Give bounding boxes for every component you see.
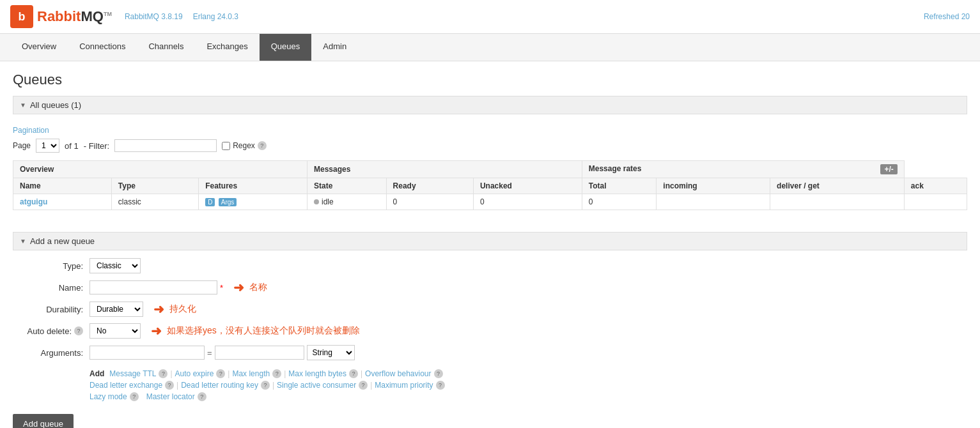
annotation-autodelete-text: 如果选择yes，没有人连接这个队列时就会被删除: [167, 325, 360, 337]
durability-select[interactable]: Durable Transient: [89, 302, 143, 317]
regex-checkbox[interactable]: [222, 142, 230, 150]
args-row: = String Number Boolean: [89, 345, 355, 360]
all-queues-label: All queues (1): [30, 100, 81, 110]
auto-delete-select[interactable]: No Yes: [89, 323, 141, 339]
pagination-label: Pagination: [13, 126, 967, 135]
auto-delete-label: Auto delete:: [27, 326, 72, 336]
master-locator-help[interactable]: ?: [198, 392, 206, 401]
nav-overview[interactable]: Overview: [10, 34, 68, 61]
arguments-label: Arguments:: [13, 348, 89, 358]
col-total: Total: [582, 178, 657, 194]
group-rates: Message rates +/-: [582, 161, 904, 178]
version-info: RabbitMQ 3.8.19 Erlang 24.0.3: [125, 12, 238, 21]
col-state: State: [307, 178, 386, 194]
nav-connections[interactable]: Connections: [68, 34, 137, 61]
dead-letter-routing-key-help[interactable]: ?: [261, 381, 270, 390]
page-select[interactable]: 1: [36, 139, 59, 153]
auto-delete-row: Auto delete: ? No Yes ➜ 如果选择yes，没有人连接这个队…: [13, 323, 967, 339]
col-ack: ack: [904, 178, 967, 194]
add-queue-button[interactable]: Add queue: [13, 414, 74, 428]
maximum-priority-help[interactable]: ?: [436, 381, 445, 390]
table-row: atguigu classic D Args idle 0 0 0: [13, 194, 967, 210]
add-lazy-mode[interactable]: Lazy mode: [89, 392, 127, 401]
add-maximum-priority[interactable]: Maximum priority: [375, 381, 433, 390]
message-ttl-help[interactable]: ?: [159, 369, 167, 378]
plusminus-btn[interactable]: +/-: [880, 164, 897, 174]
add-links-line3: Lazy mode ? Master locator ?: [89, 392, 445, 401]
col-name: Name: [13, 178, 112, 194]
single-active-consumer-help[interactable]: ?: [359, 381, 368, 390]
add-queue-label: Add a new queue: [30, 236, 95, 246]
feature-args[interactable]: Args: [219, 198, 237, 206]
add-master-locator[interactable]: Master locator: [146, 392, 195, 401]
max-length-help[interactable]: ?: [272, 369, 281, 378]
erlang-version[interactable]: Erlang 24.0.3: [193, 12, 238, 21]
col-deliver-get: deliver / get: [770, 178, 905, 194]
arrow-autodelete: ➜: [151, 323, 162, 339]
col-features: Features: [199, 178, 307, 194]
overflow-behaviour-help[interactable]: ?: [434, 369, 443, 378]
args-val-input[interactable]: [215, 346, 304, 360]
filter-input[interactable]: [114, 139, 217, 152]
max-length-bytes-help[interactable]: ?: [349, 369, 358, 378]
add-single-active-consumer[interactable]: Single active consumer: [277, 381, 356, 390]
type-select[interactable]: Classic Quorum: [89, 258, 141, 273]
logo-icon: b: [10, 5, 33, 28]
auto-expire-help[interactable]: ?: [216, 369, 225, 378]
arguments-row: Arguments: = String Number Boolean: [13, 345, 967, 360]
regex-label[interactable]: Regex ?: [222, 141, 267, 150]
of-label: of 1: [65, 141, 79, 151]
add-auto-expire[interactable]: Auto expire: [175, 369, 214, 378]
lazy-mode-help[interactable]: ?: [130, 392, 139, 401]
args-type-select[interactable]: String Number Boolean: [307, 345, 355, 360]
arrow-durable: ➜: [153, 302, 164, 317]
all-queues-header[interactable]: ▼ All queues (1): [13, 96, 967, 114]
type-row: Type: Classic Quorum: [13, 258, 967, 273]
dead-letter-exchange-help[interactable]: ?: [165, 381, 174, 390]
name-row: Name: * ➜ 名称: [13, 280, 967, 295]
col-unacked: Unacked: [473, 178, 582, 194]
col-type: Type: [111, 178, 198, 194]
queue-name-link[interactable]: atguigu: [20, 197, 47, 206]
add-dead-letter-exchange[interactable]: Dead letter exchange: [89, 381, 162, 390]
rabbitmq-version[interactable]: RabbitMQ 3.8.19: [125, 12, 183, 21]
add-max-length[interactable]: Max length: [232, 369, 270, 378]
pagination-row: Page 1 of 1 - Filter: Regex ?: [13, 139, 967, 153]
main-content: Queues ▼ All queues (1) Pagination Page …: [0, 61, 980, 428]
filter-label: - Filter:: [84, 141, 109, 151]
durability-row: Durability: Durable Transient ➜ 持久化: [13, 302, 967, 317]
regex-help-icon[interactable]: ?: [258, 141, 267, 150]
add-overflow-behaviour[interactable]: Overflow behaviour: [365, 369, 431, 378]
nav-admin[interactable]: Admin: [311, 34, 358, 61]
cell-features: D Args: [199, 194, 307, 210]
add-links-container: Add Message TTL ? | Auto expire ? | Max …: [89, 367, 445, 401]
add-queue-header[interactable]: ▼ Add a new queue: [13, 232, 967, 250]
add-links-line2: Dead letter exchange ? | Dead letter rou…: [89, 381, 445, 390]
feature-d: D: [205, 198, 215, 206]
required-star: *: [220, 283, 223, 293]
nav-exchanges[interactable]: Exchanges: [195, 34, 259, 61]
auto-delete-annotation: ➜ 如果选择yes，没有人连接这个队列时就会被删除: [151, 323, 360, 339]
add-links-line1: Add Message TTL ? | Auto expire ? | Max …: [89, 369, 445, 378]
args-key-input[interactable]: [89, 346, 205, 360]
annotation-durable-text: 持久化: [169, 303, 196, 315]
cell-ack: [904, 194, 967, 210]
add-queue-form: Type: Classic Quorum Name: * ➜ 名称 Durabi…: [13, 250, 967, 401]
col-header-row: Name Type Features State Ready Unacked T…: [13, 178, 967, 194]
logo-text: RabbitMQTM: [37, 8, 112, 25]
auto-delete-help-icon[interactable]: ?: [74, 326, 83, 335]
add-message-ttl[interactable]: Message TTL: [109, 369, 156, 378]
cell-state: idle: [307, 194, 386, 210]
add-queue-toggle: ▼: [20, 238, 26, 245]
idle-indicator: [314, 199, 319, 204]
cell-total: 0: [582, 194, 657, 210]
page-label: Page: [13, 141, 31, 150]
nav-channels[interactable]: Channels: [137, 34, 195, 61]
name-annotation: ➜ 名称: [233, 280, 267, 295]
name-input[interactable]: [89, 280, 217, 294]
add-max-length-bytes[interactable]: Max length bytes: [288, 369, 346, 378]
add-label: Add: [89, 369, 104, 378]
add-dead-letter-routing-key[interactable]: Dead letter routing key: [181, 381, 258, 390]
group-overview: Overview: [13, 161, 307, 178]
nav-queues[interactable]: Queues: [260, 34, 312, 61]
